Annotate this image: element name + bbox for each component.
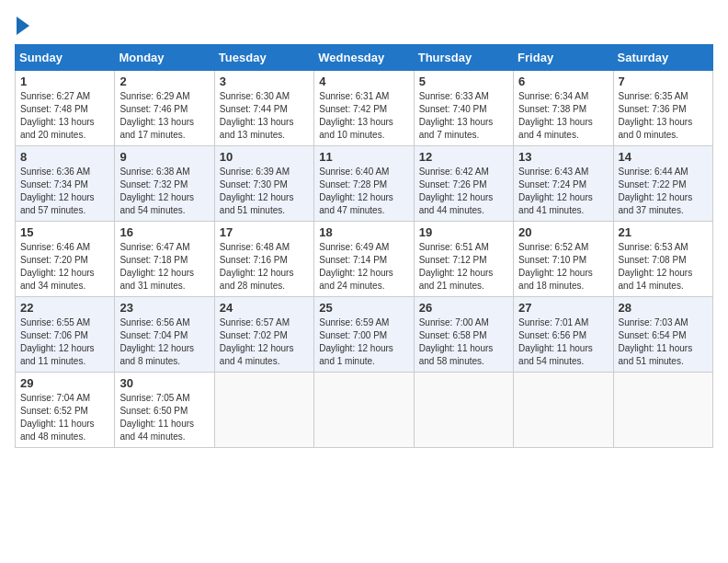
day-info: Sunrise: 6:44 AM Sunset: 7:22 PM Dayligh… (619, 166, 708, 217)
day-number: 10 (220, 150, 309, 164)
day-number: 13 (518, 150, 608, 164)
calendar-day-cell: 8 Sunrise: 6:36 AM Sunset: 7:34 PM Dayli… (16, 146, 115, 222)
calendar-day-cell: 1 Sunrise: 6:27 AM Sunset: 7:48 PM Dayli… (16, 71, 115, 146)
day-info: Sunrise: 6:52 AM Sunset: 7:10 PM Dayligh… (518, 241, 608, 293)
calendar-day-cell: 27 Sunrise: 7:01 AM Sunset: 6:56 PM Dayl… (514, 297, 613, 373)
day-info: Sunrise: 6:47 AM Sunset: 7:18 PM Dayligh… (119, 241, 209, 293)
day-number: 5 (419, 75, 508, 88)
day-number: 14 (619, 150, 708, 164)
day-number: 19 (419, 225, 508, 239)
calendar-day-cell (214, 373, 313, 448)
day-info: Sunrise: 7:01 AM Sunset: 6:56 PM Dayligh… (518, 316, 608, 368)
calendar-day-cell: 26 Sunrise: 7:00 AM Sunset: 6:58 PM Dayl… (414, 297, 513, 373)
day-number: 29 (20, 376, 109, 390)
day-info: Sunrise: 6:51 AM Sunset: 7:12 PM Dayligh… (419, 241, 508, 293)
calendar-day-cell (613, 373, 712, 448)
page-header (15, 15, 713, 35)
calendar-day-cell: 17 Sunrise: 6:48 AM Sunset: 7:16 PM Dayl… (214, 222, 313, 297)
day-number: 24 (220, 301, 309, 315)
calendar-day-cell: 28 Sunrise: 7:03 AM Sunset: 6:54 PM Dayl… (613, 297, 712, 373)
calendar-day-cell: 19 Sunrise: 6:51 AM Sunset: 7:12 PM Dayl… (414, 222, 513, 297)
day-number: 9 (119, 150, 209, 164)
weekday-header: Sunday (16, 45, 115, 71)
day-number: 23 (119, 301, 209, 315)
calendar-day-cell: 23 Sunrise: 6:56 AM Sunset: 7:04 PM Dayl… (115, 297, 214, 373)
weekday-header: Saturday (613, 45, 712, 71)
day-number: 1 (20, 75, 109, 88)
day-info: Sunrise: 6:56 AM Sunset: 7:04 PM Dayligh… (119, 316, 209, 368)
calendar-day-cell: 25 Sunrise: 6:59 AM Sunset: 7:00 PM Dayl… (314, 297, 414, 373)
calendar-day-cell (514, 373, 613, 448)
calendar-day-cell: 6 Sunrise: 6:34 AM Sunset: 7:38 PM Dayli… (514, 71, 613, 146)
logo (15, 15, 29, 35)
day-number: 6 (518, 75, 608, 88)
day-info: Sunrise: 6:59 AM Sunset: 7:00 PM Dayligh… (319, 316, 408, 368)
day-number: 22 (20, 301, 109, 315)
calendar-day-cell: 15 Sunrise: 6:46 AM Sunset: 7:20 PM Dayl… (16, 222, 115, 297)
calendar-day-cell: 7 Sunrise: 6:35 AM Sunset: 7:36 PM Dayli… (613, 71, 712, 146)
calendar-day-cell: 24 Sunrise: 6:57 AM Sunset: 7:02 PM Dayl… (214, 297, 313, 373)
calendar-day-cell (414, 373, 513, 448)
day-info: Sunrise: 6:48 AM Sunset: 7:16 PM Dayligh… (220, 241, 309, 293)
day-number: 12 (419, 150, 508, 164)
calendar-day-cell: 10 Sunrise: 6:39 AM Sunset: 7:30 PM Dayl… (214, 146, 313, 222)
calendar-day-cell: 2 Sunrise: 6:29 AM Sunset: 7:46 PM Dayli… (115, 71, 214, 146)
calendar-header-row: SundayMondayTuesdayWednesdayThursdayFrid… (16, 45, 713, 71)
day-info: Sunrise: 7:04 AM Sunset: 6:52 PM Dayligh… (20, 392, 109, 443)
day-info: Sunrise: 6:36 AM Sunset: 7:34 PM Dayligh… (20, 166, 109, 217)
day-info: Sunrise: 6:38 AM Sunset: 7:32 PM Dayligh… (119, 166, 209, 217)
weekday-header: Tuesday (214, 45, 313, 71)
calendar-week-row: 15 Sunrise: 6:46 AM Sunset: 7:20 PM Dayl… (16, 222, 713, 297)
day-info: Sunrise: 6:43 AM Sunset: 7:24 PM Dayligh… (518, 166, 608, 217)
day-number: 30 (119, 376, 209, 390)
day-info: Sunrise: 6:31 AM Sunset: 7:42 PM Dayligh… (319, 90, 408, 142)
day-number: 16 (119, 225, 209, 239)
calendar-day-cell: 14 Sunrise: 6:44 AM Sunset: 7:22 PM Dayl… (613, 146, 712, 222)
calendar-week-row: 8 Sunrise: 6:36 AM Sunset: 7:34 PM Dayli… (16, 146, 713, 222)
day-info: Sunrise: 7:03 AM Sunset: 6:54 PM Dayligh… (619, 316, 708, 368)
weekday-header: Monday (115, 45, 214, 71)
day-number: 11 (319, 150, 408, 164)
weekday-header: Thursday (414, 45, 513, 71)
day-info: Sunrise: 7:00 AM Sunset: 6:58 PM Dayligh… (419, 316, 508, 368)
calendar-day-cell: 30 Sunrise: 7:05 AM Sunset: 6:50 PM Dayl… (115, 373, 214, 448)
calendar-day-cell (314, 373, 414, 448)
day-number: 18 (319, 225, 408, 239)
day-number: 28 (619, 301, 708, 315)
day-number: 8 (20, 150, 109, 164)
day-info: Sunrise: 6:55 AM Sunset: 7:06 PM Dayligh… (20, 316, 109, 368)
day-info: Sunrise: 6:35 AM Sunset: 7:36 PM Dayligh… (619, 90, 708, 142)
day-info: Sunrise: 6:49 AM Sunset: 7:14 PM Dayligh… (319, 241, 408, 293)
day-number: 26 (419, 301, 508, 315)
calendar-day-cell: 22 Sunrise: 6:55 AM Sunset: 7:06 PM Dayl… (16, 297, 115, 373)
day-number: 3 (220, 75, 309, 88)
day-info: Sunrise: 6:46 AM Sunset: 7:20 PM Dayligh… (20, 241, 109, 293)
day-info: Sunrise: 6:57 AM Sunset: 7:02 PM Dayligh… (220, 316, 309, 368)
calendar-week-row: 22 Sunrise: 6:55 AM Sunset: 7:06 PM Dayl… (16, 297, 713, 373)
day-info: Sunrise: 6:27 AM Sunset: 7:48 PM Dayligh… (20, 90, 109, 142)
calendar-week-row: 29 Sunrise: 7:04 AM Sunset: 6:52 PM Dayl… (16, 373, 713, 448)
day-number: 7 (619, 75, 708, 88)
day-info: Sunrise: 6:34 AM Sunset: 7:38 PM Dayligh… (518, 90, 608, 142)
calendar-table: SundayMondayTuesdayWednesdayThursdayFrid… (15, 44, 713, 448)
calendar-day-cell: 20 Sunrise: 6:52 AM Sunset: 7:10 PM Dayl… (514, 222, 613, 297)
day-number: 21 (619, 225, 708, 239)
calendar-day-cell: 3 Sunrise: 6:30 AM Sunset: 7:44 PM Dayli… (214, 71, 313, 146)
weekday-header: Friday (514, 45, 613, 71)
day-info: Sunrise: 6:53 AM Sunset: 7:08 PM Dayligh… (619, 241, 708, 293)
day-info: Sunrise: 7:05 AM Sunset: 6:50 PM Dayligh… (119, 392, 209, 443)
weekday-header: Wednesday (314, 45, 414, 71)
day-number: 17 (220, 225, 309, 239)
day-number: 15 (20, 225, 109, 239)
calendar-day-cell: 29 Sunrise: 7:04 AM Sunset: 6:52 PM Dayl… (16, 373, 115, 448)
calendar-day-cell: 13 Sunrise: 6:43 AM Sunset: 7:24 PM Dayl… (514, 146, 613, 222)
day-number: 20 (518, 225, 608, 239)
logo-arrow-icon (17, 17, 29, 35)
day-info: Sunrise: 6:29 AM Sunset: 7:46 PM Dayligh… (119, 90, 209, 142)
calendar-day-cell: 11 Sunrise: 6:40 AM Sunset: 7:28 PM Dayl… (314, 146, 414, 222)
day-info: Sunrise: 6:39 AM Sunset: 7:30 PM Dayligh… (220, 166, 309, 217)
day-info: Sunrise: 6:40 AM Sunset: 7:28 PM Dayligh… (319, 166, 408, 217)
day-number: 2 (119, 75, 209, 88)
day-info: Sunrise: 6:30 AM Sunset: 7:44 PM Dayligh… (220, 90, 309, 142)
calendar-day-cell: 21 Sunrise: 6:53 AM Sunset: 7:08 PM Dayl… (613, 222, 712, 297)
